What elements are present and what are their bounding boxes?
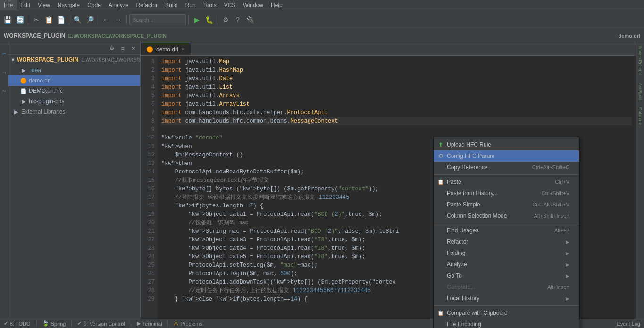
paste-btn-tb[interactable]: 📄 (55, 14, 67, 25)
status-sep-2 (71, 321, 72, 327)
menu-label-col-select: Column Selection Mode (447, 213, 507, 219)
tab-icon: 🟠 (146, 46, 153, 53)
menu-item-paste-history[interactable]: Paste from History...Ctrl+Shift+V (434, 188, 579, 199)
menu-item-paste-simple[interactable]: Paste SimpleCtrl+Alt+Shift+V (434, 199, 579, 210)
sidebar-icon-project[interactable]: 1 (0, 44, 8, 63)
menu-analyze[interactable]: Analyze (105, 0, 133, 10)
fwd-btn[interactable]: → (113, 14, 124, 25)
help-btn[interactable]: ? (232, 14, 243, 25)
ext-lib-icon: ▶ (12, 108, 20, 115)
tree-root[interactable]: ▼ WORKSPACE_PLUGIN E:\WORKSPACE\WORKSPAC… (8, 55, 140, 65)
toolbar-sep-4 (126, 15, 127, 25)
terminal-icon: ▶ (137, 320, 141, 327)
menu-code[interactable]: Code (84, 0, 105, 10)
sidebar-icon-favorites[interactable]: 2 (0, 82, 8, 101)
toolbar-sep-2 (69, 15, 69, 25)
toolbar-sep-1 (28, 15, 28, 25)
menu-shortcut-analyze: ▶ (566, 262, 569, 267)
status-terminal[interactable]: ▶ Terminal (137, 320, 162, 327)
menu-shortcut-col-select: Alt+Shift+Insert (534, 213, 569, 219)
folder-closed-icon-2: ▶ (20, 98, 27, 105)
menu-icon-config-hfc: ⚙ (436, 153, 445, 159)
menu-vcs[interactable]: VCS (220, 0, 240, 10)
tree-toolbar: ⚙ ≡ ✕ (8, 42, 140, 55)
menu-tools[interactable]: Tools (200, 0, 220, 10)
menu-item-folding[interactable]: Folding▶ (434, 247, 579, 259)
settings-btn[interactable]: ⚙ (220, 14, 231, 25)
menu-item-file-encoding[interactable]: File Encoding (434, 319, 579, 328)
menu-shortcut-paste-history: Ctrl+Shift+V (542, 190, 569, 196)
find-btn[interactable]: 🔍 (72, 14, 83, 25)
menu-run[interactable]: Run (182, 0, 200, 10)
maven-projects-icon[interactable]: Maven Projects (637, 42, 644, 79)
folder-icon: ▼ (10, 56, 16, 64)
menu-label-goto: Go To (447, 272, 462, 279)
status-spring[interactable]: 🍃 Spring (42, 320, 66, 327)
todo-icon: ✔ (4, 320, 8, 327)
tree-item-idea[interactable]: ▶ .idea (8, 65, 140, 75)
tree-close-btn[interactable]: ✕ (129, 44, 138, 53)
tree-item-demo-drl[interactable]: 🟠 demo.drl (8, 75, 140, 86)
status-todo[interactable]: ✔ 6: TODO (4, 320, 31, 327)
plugin-btn[interactable]: 🔌 (244, 14, 256, 25)
tree-item-hfc-pds[interactable]: ▶ hfc-plugin-pds (8, 96, 140, 107)
menu-edit[interactable]: Edit (17, 0, 34, 10)
find2-btn[interactable]: 🔎 (84, 14, 95, 25)
menu-label-file-encoding: File Encoding (447, 321, 481, 328)
menu-label-copy-ref: Copy Reference (447, 164, 488, 171)
tree-item-ext-libs[interactable]: ▶ External Libraries (8, 107, 140, 117)
vcs-label: 9: Version Control (84, 321, 125, 327)
cut-btn[interactable]: ✂ (31, 14, 42, 25)
menu-file[interactable]: File (0, 0, 17, 10)
menu-item-config-hfc[interactable]: ⚙Config HFC Param (434, 150, 579, 162)
ant-build-icon[interactable]: Ant Build (637, 79, 644, 104)
copy-btn[interactable]: 📋 (43, 14, 54, 25)
run-btn[interactable]: ▶ (191, 14, 202, 25)
menu-navigate[interactable]: Navigate (54, 0, 84, 10)
menu-item-refactor[interactable]: Refactor▶ (434, 236, 579, 247)
menu-view[interactable]: View (34, 0, 54, 10)
menu-refactor[interactable]: Refactor (133, 0, 161, 10)
menu-item-paste[interactable]: 📋PasteCtrl+V (434, 176, 579, 188)
status-vcs[interactable]: ✔ 9: Version Control (77, 320, 125, 327)
tree-item-demo-hfc[interactable]: 📄 DEMO.drl.hfc (8, 86, 140, 96)
save-btn[interactable]: 💾 (2, 14, 13, 25)
menu-label-generate: Generate... (447, 284, 475, 290)
menu-window[interactable]: Window (239, 0, 267, 10)
menu-shortcut-folding: ▶ (566, 250, 569, 256)
menu-icon-upload-hfc: ⬆ (436, 141, 445, 148)
menu-build[interactable]: Build (161, 0, 182, 10)
database-icon[interactable]: Database (637, 104, 644, 130)
tree-settings-btn[interactable]: ⚙ (107, 44, 117, 53)
menu-item-copy-ref[interactable]: Copy ReferenceCtrl+Alt+Shift+C (434, 162, 579, 173)
tab-bar: 🟠 demo.drl ✕ (141, 42, 636, 56)
status-problems[interactable]: ⚠ Problems (174, 320, 202, 327)
context-menu: ⬆Upload HFC Rule⚙Config HFC ParamCopy Re… (433, 137, 579, 328)
status-event-log[interactable]: Event Log (617, 321, 640, 327)
debug-btn[interactable]: 🐛 (203, 14, 215, 25)
tree-layout-btn[interactable]: ≡ (118, 44, 127, 53)
main-layout: 1 7 2 ⚙ ≡ ✕ ▼ WORKSPACE_PLUGIN E:\WORKSP… (0, 42, 644, 319)
menu-sep-after-local-history (434, 305, 579, 306)
menu-item-compare-clipboard[interactable]: 📋Compare with Clipboard (434, 307, 579, 319)
tab-close-btn[interactable]: ✕ (181, 47, 185, 52)
tab-demo-drl[interactable]: 🟠 demo.drl ✕ (141, 43, 191, 55)
menu-item-col-select[interactable]: Column Selection ModeAlt+Shift+Insert (434, 210, 579, 221)
toolbar-sep-6 (217, 15, 217, 25)
menu-shortcut-generate: Alt+Insert (547, 284, 569, 290)
back-btn[interactable]: ← (100, 14, 112, 25)
menu-item-upload-hfc[interactable]: ⬆Upload HFC Rule (434, 139, 579, 150)
menu-item-find-usages[interactable]: Find UsagesAlt+F7 (434, 225, 579, 236)
menu-item-goto[interactable]: Go To▶ (434, 270, 579, 281)
project-root-label: WORKSPACE_PLUGIN (4, 33, 65, 39)
sidebar-icon-structure[interactable]: 7 (0, 63, 8, 82)
sync-btn[interactable]: 🔄 (14, 14, 25, 25)
toolbar: 💾 🔄 ✂ 📋 📄 🔍 🔎 ← → ▶ 🐛 ⚙ ? 🔌 (0, 10, 644, 29)
status-sep-4 (167, 321, 168, 327)
menu-item-analyze[interactable]: Analyze▶ (434, 259, 579, 270)
file-tree: ⚙ ≡ ✕ ▼ WORKSPACE_PLUGIN E:\WORKSPACE\WO… (8, 42, 141, 319)
menu-help[interactable]: Help (267, 0, 286, 10)
menu-icon-paste: 📋 (436, 179, 445, 185)
toolbar-search[interactable] (129, 14, 186, 25)
menu-item-local-history[interactable]: Local History▶ (434, 293, 579, 304)
